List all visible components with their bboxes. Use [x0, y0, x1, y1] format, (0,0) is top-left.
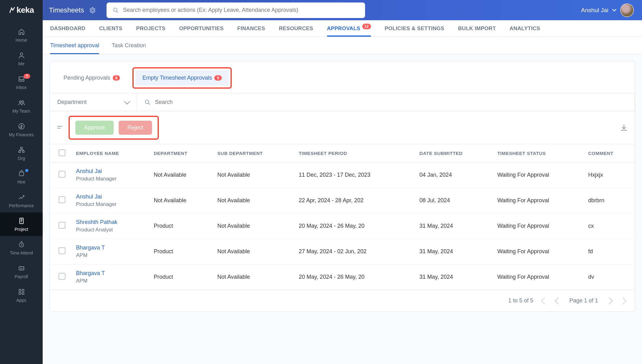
cell-subdepartment: Not Available — [213, 188, 294, 213]
tab-policies-settings[interactable]: POLICIES & SETTINGS — [385, 26, 445, 32]
search-icon — [145, 99, 151, 105]
cell-department: Product — [150, 264, 213, 290]
pager-first-icon[interactable] — [541, 297, 548, 304]
employee-name-link[interactable]: Anshul Jai — [76, 168, 145, 175]
sidebar-item-hire[interactable]: Hire — [0, 165, 43, 189]
svg-rect-5 — [19, 151, 21, 152]
page-title: Timesheets — [49, 6, 84, 14]
sidebar-item-org[interactable]: Org — [0, 142, 43, 165]
select-all-checkbox[interactable] — [59, 149, 65, 156]
svg-line-17 — [117, 11, 118, 12]
employee-role: Product Manager — [76, 201, 145, 208]
sort-icon[interactable] — [57, 125, 63, 131]
approval-tab-pending-approvals[interactable]: Pending Approvals6 — [57, 70, 127, 86]
column-date-submitted[interactable]: DATE SUBMITTED — [415, 144, 493, 162]
svg-rect-4 — [21, 147, 22, 149]
employee-name-link[interactable]: Shreshth Pathak — [76, 219, 145, 226]
sidebar-item-payroll[interactable]: Payroll — [0, 260, 43, 283]
column-timesheet-period[interactable]: TIMESHEET PERIOD — [294, 144, 415, 162]
left-sidebar: keka Home Me Inbox 7 My Team My Finances… — [0, 0, 43, 364]
tab-analytics[interactable]: ANALYTICS — [510, 26, 540, 32]
tab-resources[interactable]: RESOURCES — [279, 26, 313, 32]
user-menu[interactable]: Anshul Jai — [581, 3, 634, 17]
secondary-tabs: Timesheet approvalTask Creation — [43, 37, 642, 54]
pagination-page: Page 1 of 1 — [569, 297, 598, 304]
table-search-input[interactable] — [155, 99, 627, 105]
employee-name-link[interactable]: Anshul Jai — [76, 194, 145, 200]
sidebar-item-project[interactable]: Project — [0, 212, 43, 236]
subtab-timesheet-approval[interactable]: Timesheet approval — [50, 42, 99, 49]
cell-status: Waiting For Approval — [493, 213, 584, 239]
cell-comment: fd — [584, 239, 635, 264]
approve-button[interactable]: Approve — [75, 121, 114, 135]
project-icon — [17, 217, 26, 225]
row-checkbox[interactable] — [59, 222, 65, 229]
logo-icon — [9, 7, 16, 14]
column-sub-department[interactable]: SUB DEPARTMENT — [213, 144, 294, 162]
global-search-input[interactable] — [123, 7, 359, 13]
sidebar-item-label: Apps — [17, 298, 26, 303]
tab-dashboard[interactable]: DASHBOARD — [50, 26, 85, 32]
cell-department: Not Available — [150, 162, 213, 188]
sidebar-item-inbox[interactable]: Inbox 7 — [0, 71, 43, 94]
pager-last-icon[interactable] — [620, 297, 627, 304]
sidebar-item-me[interactable]: Me — [0, 47, 43, 71]
pager-prev-icon[interactable] — [555, 297, 562, 304]
table-row: Anshul Jai Product Manager Not Available… — [50, 162, 635, 188]
row-checkbox[interactable] — [59, 171, 65, 178]
sidebar-item-apps[interactable]: Apps — [0, 283, 43, 307]
cell-subdepartment: Not Available — [213, 213, 294, 239]
cell-submitted: 31 May, 2024 — [415, 213, 493, 239]
column-timesheet-status[interactable]: TIMESHEET STATUS — [493, 144, 584, 162]
finances-icon — [17, 122, 26, 130]
table-row: Shreshth Pathak Product Analyst Product … — [50, 213, 635, 239]
approval-tab-empty-timesheet-approvals[interactable]: Empty Timesheet Approvals5 — [136, 70, 228, 86]
cell-submitted: 04 Jan, 2024 — [415, 162, 493, 188]
tab-projects[interactable]: PROJECTS — [136, 26, 165, 32]
table-search[interactable] — [137, 93, 635, 111]
cell-submitted: 31 May, 2024 — [415, 239, 493, 264]
global-search[interactable] — [107, 2, 365, 18]
cell-department: Not Available — [150, 188, 213, 213]
department-filter[interactable]: Department — [50, 93, 137, 111]
sidebar-item-performance[interactable]: Performance — [0, 189, 43, 212]
row-checkbox[interactable] — [59, 273, 65, 280]
tab-finances[interactable]: FINANCES — [237, 26, 265, 32]
settings-icon[interactable] — [89, 7, 96, 14]
column-employee-name[interactable]: EMPLOYEE NAME — [72, 144, 150, 162]
sidebar-item-time-attend[interactable]: Time Attend — [0, 236, 43, 260]
svg-line-19 — [148, 103, 150, 105]
tab-bulk-import[interactable]: BULK IMPORT — [458, 26, 496, 32]
row-checkbox[interactable] — [59, 247, 65, 254]
tab-approvals[interactable]: APPROVALS12 — [327, 26, 371, 32]
sidebar-item-label: Project — [15, 227, 28, 232]
employee-name-link[interactable]: Bhargava T — [76, 245, 145, 251]
reject-button[interactable]: Reject — [119, 121, 152, 135]
table-row: Anshul Jai Product Manager Not Available… — [50, 188, 635, 213]
tab-opportunities[interactable]: OPPORTUNITIES — [179, 26, 224, 32]
sidebar-item-my-finances[interactable]: My Finances — [0, 118, 43, 142]
department-filter-label: Department — [57, 99, 87, 105]
performance-icon — [17, 193, 26, 201]
pager-next-icon[interactable] — [606, 297, 613, 304]
sidebar-item-label: Payroll — [15, 274, 28, 279]
topbar: Timesheets Anshul Jai — [43, 0, 642, 20]
cell-status: Waiting For Approval — [493, 188, 584, 213]
chevron-down-icon — [124, 98, 130, 105]
sidebar-badge: 7 — [24, 74, 30, 79]
cell-status: Waiting For Approval — [493, 239, 584, 264]
cell-comment: Hxjxjx — [584, 162, 635, 188]
download-icon[interactable] — [620, 124, 628, 132]
sidebar-item-label: Performance — [9, 203, 34, 208]
sidebar-item-home[interactable]: Home — [0, 23, 43, 47]
tab-clients[interactable]: CLIENTS — [99, 26, 122, 32]
sidebar-item-my-team[interactable]: My Team — [0, 94, 43, 118]
column-department[interactable]: DEPARTMENT — [150, 144, 213, 162]
approval-tab-badge: 6 — [113, 75, 120, 81]
column-comment[interactable]: COMMENT — [584, 144, 635, 162]
row-checkbox[interactable] — [59, 196, 65, 203]
subtab-task-creation[interactable]: Task Creation — [112, 42, 146, 49]
employee-name-link[interactable]: Bhargava T — [76, 270, 145, 277]
pagination-range: 1 to 5 of 5 — [508, 297, 533, 304]
cell-comment: dv — [584, 264, 635, 290]
